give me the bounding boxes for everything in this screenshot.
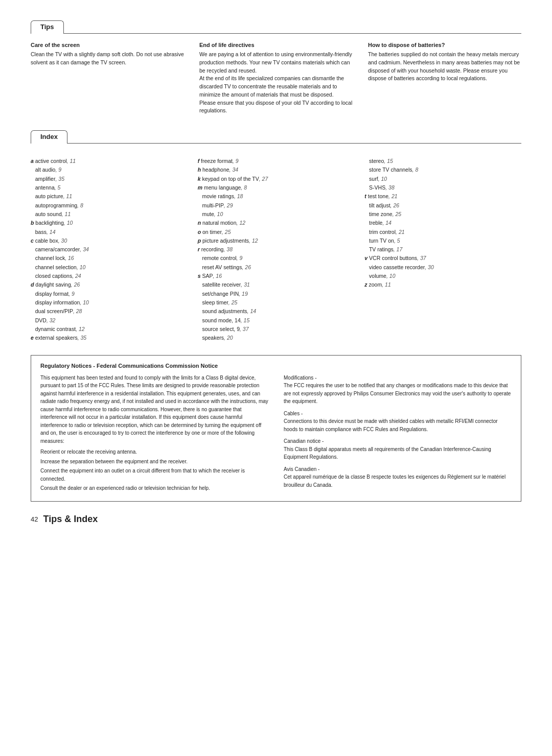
tips-body: Care of the screen Clean the TV with a s… bbox=[31, 33, 521, 115]
reg-right-para: Cables -Connections to this device must … bbox=[284, 410, 512, 434]
tips-col-3-heading: How to dispose of batteries? bbox=[368, 42, 521, 48]
regulatory-left: This equipment has been tested and found… bbox=[40, 374, 268, 494]
reg-right-para: Avis Canadien -Cet appareil numérique de… bbox=[284, 465, 512, 489]
list-item: stereo, 15 bbox=[364, 157, 521, 166]
tips-col-2-heading: End of life directives bbox=[199, 42, 353, 48]
list-item: auto picture, 11 bbox=[31, 192, 188, 201]
list-item: sleep timer, 25 bbox=[198, 298, 355, 307]
page-number: 42 bbox=[31, 515, 38, 523]
list-item: TV ratings, 17 bbox=[364, 245, 521, 254]
index-col-1: a active control, 11 alt audio, 9 amplif… bbox=[31, 157, 198, 343]
list-item: video cassette recorder, 30 bbox=[364, 263, 521, 272]
list-item: dual screen/PIP, 28 bbox=[31, 307, 188, 316]
list-item: f freeze format, 9 bbox=[198, 157, 355, 166]
regulatory-section: Regulatory Notices - Federal Communicati… bbox=[31, 355, 521, 502]
list-item: set/change PIN, 19 bbox=[198, 290, 355, 298]
list-item: alt audio, 9 bbox=[31, 166, 188, 174]
list-item: m menu language, 8 bbox=[198, 183, 355, 192]
footer-title: Tips & Index bbox=[43, 514, 98, 525]
list-item: s SAP, 16 bbox=[198, 272, 355, 280]
list-item: remote control, 9 bbox=[198, 254, 355, 263]
tips-col-3-body: The batteries supplied do not contain th… bbox=[368, 51, 521, 83]
list-item: bass, 14 bbox=[31, 228, 188, 237]
list-item: p picture adjustments, 12 bbox=[198, 237, 355, 245]
list-item: movie ratings, 18 bbox=[198, 192, 355, 201]
list-item: amplifier, 35 bbox=[31, 175, 188, 183]
list-item: v VCR control buttons, 37 bbox=[364, 254, 521, 263]
tips-col-2: End of life directives We are paying a l… bbox=[199, 42, 368, 115]
list-item: autoprogramming, 8 bbox=[31, 201, 188, 210]
list-item: e external speakers, 35 bbox=[31, 334, 188, 342]
tips-section: Tips Care of the screen Clean the TV wit… bbox=[31, 20, 521, 115]
list-item: sound adjustments, 14 bbox=[198, 307, 355, 316]
list-item: treble, 14 bbox=[364, 219, 521, 227]
list-item: k keypad on top of the TV, 27 bbox=[198, 175, 355, 183]
list-item: mute, 10 bbox=[198, 210, 355, 219]
list-item: channel selection, 10 bbox=[31, 263, 188, 272]
reg-para: Increase the separation between the equi… bbox=[40, 458, 268, 466]
list-item: camera/camcorder, 34 bbox=[31, 245, 188, 254]
list-item: satellite receiver, 31 bbox=[198, 280, 355, 289]
tips-tab: Tips bbox=[31, 20, 64, 34]
list-item: channel lock, 16 bbox=[31, 254, 188, 263]
list-item: closed captions, 24 bbox=[31, 272, 188, 280]
index-tab: Index bbox=[31, 130, 67, 144]
reg-para: Consult the dealer or an experienced rad… bbox=[40, 484, 268, 492]
list-item: antenna, 5 bbox=[31, 183, 188, 192]
regulatory-columns: This equipment has been tested and found… bbox=[40, 374, 512, 494]
list-item: sound mode, 14, 15 bbox=[198, 316, 355, 325]
list-item: volume, 10 bbox=[364, 272, 521, 280]
list-item: o on timer, 25 bbox=[198, 228, 355, 237]
index-col-2: f freeze format, 9h headphone, 34k keypa… bbox=[198, 157, 365, 343]
reg-para: Connect the equipment into an outlet on … bbox=[40, 467, 268, 483]
reg-right-para: Canadian notice -This Class B digital ap… bbox=[284, 437, 512, 461]
list-item: store TV channels, 8 bbox=[364, 166, 521, 174]
list-item: turn TV on, 5 bbox=[364, 237, 521, 245]
list-item: t test tone, 21 bbox=[364, 192, 521, 201]
list-item: c cable box, 30 bbox=[31, 237, 188, 245]
index-columns: a active control, 11 alt audio, 9 amplif… bbox=[31, 152, 521, 343]
list-item: reset AV settings, 26 bbox=[198, 263, 355, 272]
tips-col-1-heading: Care of the screen bbox=[31, 42, 184, 48]
list-item: tilt adjust, 26 bbox=[364, 201, 521, 210]
tips-col-2-body: We are paying a lot of attention to usin… bbox=[199, 51, 353, 115]
list-item: d daylight saving, 26 bbox=[31, 280, 188, 289]
list-item: S-VHS, 38 bbox=[364, 183, 521, 192]
list-item: h headphone, 34 bbox=[198, 166, 355, 174]
list-item: source select, 9, 37 bbox=[198, 325, 355, 334]
list-item: b backlighting, 10 bbox=[31, 219, 188, 227]
tips-col-1: Care of the screen Clean the TV with a s… bbox=[31, 42, 199, 115]
reg-para: Reorient or relocate the receiving anten… bbox=[40, 448, 268, 456]
list-item: display format, 9 bbox=[31, 290, 188, 298]
tips-col-1-body: Clean the TV with a slightly damp soft c… bbox=[31, 51, 184, 67]
list-item: r recording, 38 bbox=[198, 245, 355, 254]
list-item: n natural motion, 12 bbox=[198, 219, 355, 227]
list-item: DVD, 32 bbox=[31, 316, 188, 325]
index-col-3: stereo, 15 store TV channels, 8 surf, 10… bbox=[364, 157, 521, 343]
tips-columns: Care of the screen Clean the TV with a s… bbox=[31, 42, 521, 115]
tips-col-3: How to dispose of batteries? The batteri… bbox=[368, 42, 521, 115]
list-item: a active control, 11 bbox=[31, 157, 188, 166]
page-footer: 42 Tips & Index bbox=[31, 514, 521, 525]
index-section: Index a active control, 11 alt audio, 9 … bbox=[31, 130, 521, 343]
list-item: multi-PIP, 29 bbox=[198, 201, 355, 210]
list-item: z zoom, 11 bbox=[364, 280, 521, 289]
list-item: trim control, 21 bbox=[364, 228, 521, 237]
list-item: display information, 10 bbox=[31, 298, 188, 307]
index-body: a active control, 11 alt audio, 9 amplif… bbox=[31, 143, 521, 343]
list-item: speakers, 20 bbox=[198, 334, 355, 342]
list-item: surf, 10 bbox=[364, 175, 521, 183]
regulatory-right: Modifications -The FCC requires the user… bbox=[284, 374, 512, 494]
reg-right-para: Modifications -The FCC requires the user… bbox=[284, 374, 512, 406]
reg-para: This equipment has been tested and found… bbox=[40, 374, 268, 445]
list-item: time zone, 25 bbox=[364, 210, 521, 219]
list-item: auto sound, 11 bbox=[31, 210, 188, 219]
regulatory-heading: Regulatory Notices - Federal Communicati… bbox=[40, 363, 512, 369]
list-item: dynamic contrast, 12 bbox=[31, 325, 188, 334]
